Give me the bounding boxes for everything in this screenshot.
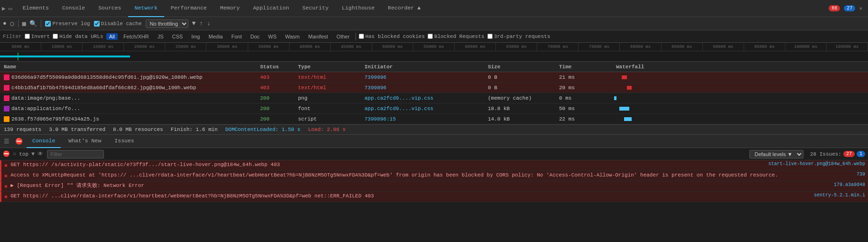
filter-ws-btn[interactable]: WS bbox=[265, 33, 280, 40]
device-icon[interactable]: ▭ bbox=[9, 5, 12, 12]
preserve-log-label[interactable]: Preserve log bbox=[45, 21, 90, 27]
console-filter-input[interactable] bbox=[47, 150, 104, 158]
tab-network[interactable]: Network bbox=[128, 0, 164, 17]
th-type[interactable]: Type bbox=[296, 64, 363, 70]
th-initiator[interactable]: Initiator bbox=[363, 64, 486, 70]
hide-data-urls-label[interactable]: Hide data URLs bbox=[53, 34, 103, 39]
invert-label[interactable]: Invert bbox=[25, 34, 50, 39]
throttle-icon[interactable]: ▼ bbox=[192, 20, 196, 27]
file-type-icon bbox=[4, 74, 9, 80]
bottom-tab-issues[interactable]: Issues bbox=[109, 135, 140, 148]
th-size[interactable]: Size bbox=[486, 64, 557, 70]
bottom-tab-console[interactable]: Console bbox=[27, 135, 61, 148]
filter-doc-btn[interactable]: Doc bbox=[247, 33, 262, 40]
msg-link[interactable]: 739 bbox=[857, 172, 865, 177]
filter-js-btn[interactable]: JS bbox=[155, 33, 167, 40]
td-initiator: 7399896:15 bbox=[363, 116, 486, 122]
table-row[interactable]: 2638.f57d065e795fd2434a25.js 200 script … bbox=[0, 114, 868, 124]
filter-other-btn[interactable]: Other bbox=[334, 33, 353, 40]
disable-cache-checkbox[interactable] bbox=[94, 21, 100, 27]
filter-wasm-btn[interactable]: Wasm bbox=[282, 33, 303, 40]
issues-label: 28 Issues: bbox=[810, 151, 841, 157]
clear-icon[interactable]: ◯ bbox=[10, 20, 14, 28]
export-icon[interactable]: ↓ bbox=[207, 20, 211, 27]
tab-security[interactable]: Security bbox=[296, 0, 335, 17]
blocked-requests-label[interactable]: Blocked Requests bbox=[428, 34, 485, 39]
tab-performance[interactable]: Performance bbox=[164, 0, 214, 17]
th-waterfall[interactable]: Waterfall bbox=[614, 64, 866, 70]
timeline-label: 20000 ms bbox=[124, 43, 165, 51]
tab-recorder[interactable]: Recorder ▲ bbox=[381, 0, 427, 17]
initiator-link[interactable]: 7399896 bbox=[364, 85, 386, 91]
td-name: c4bb1d5af1b7bb47594d185ed8a60dfdaf66c862… bbox=[2, 85, 258, 91]
has-blocked-checkbox[interactable] bbox=[359, 34, 364, 39]
hide-data-urls-text: Hide data URLs bbox=[59, 34, 103, 39]
clear-icon[interactable]: ⛔ bbox=[3, 150, 10, 158]
tab-sources[interactable]: Sources bbox=[92, 0, 128, 17]
tab-elements[interactable]: Elements bbox=[16, 0, 56, 17]
table-row[interactable]: data:image/png;base... 200 png app.ca2fc… bbox=[0, 93, 868, 103]
filter-font-btn[interactable]: Font bbox=[228, 33, 244, 40]
third-party-checkbox[interactable] bbox=[487, 34, 493, 39]
msg-text: GET https:// /s/activity-plat/static/e73… bbox=[10, 161, 765, 168]
invert-checkbox[interactable] bbox=[25, 34, 30, 39]
import-icon[interactable]: ↑ bbox=[199, 20, 203, 27]
log-level-select[interactable]: Default levels ▼ bbox=[749, 150, 803, 158]
initiator-link[interactable]: app.ca2fcd9....vip.css bbox=[364, 95, 433, 101]
filter-css-btn[interactable]: CSS bbox=[169, 33, 186, 40]
blocked-requests-checkbox[interactable] bbox=[428, 34, 433, 39]
msg-link[interactable]: sentry-5.2.1.min.i bbox=[814, 193, 865, 198]
disable-cache-label[interactable]: Disable cache bbox=[94, 21, 142, 27]
console-panel-icon[interactable]: ☰ bbox=[2, 138, 11, 145]
record-icon[interactable]: ● bbox=[3, 20, 7, 27]
filter-icon[interactable]: ▦ bbox=[22, 20, 26, 28]
initiator-link[interactable]: 7399896:15 bbox=[364, 116, 396, 122]
file-name: 636d66a97d5f55099a9d8d6813558d6d4c95fd61… bbox=[11, 74, 203, 80]
initiator-link[interactable]: app.ca2fcd9....vip.css bbox=[364, 106, 433, 112]
top-dropdown-icon[interactable]: ▼ bbox=[31, 151, 35, 158]
timeline-label: 85000 ms bbox=[662, 43, 703, 51]
search-icon[interactable]: 🔍 bbox=[29, 20, 37, 28]
issues-red: 27 bbox=[843, 151, 855, 157]
timeline-label: 5000 ms bbox=[0, 43, 41, 51]
msg-link[interactable]: 179.a3a9d48 bbox=[834, 182, 865, 187]
file-type-icon bbox=[4, 116, 9, 122]
msg-link[interactable]: start-live-hover.png@184w_64h.webp bbox=[768, 161, 865, 167]
filter-fetch-xhr-btn[interactable]: Fetch/XHR bbox=[121, 33, 152, 40]
th-name[interactable]: Name bbox=[2, 64, 258, 70]
hide-data-urls-checkbox[interactable] bbox=[53, 34, 58, 39]
table-row[interactable]: c4bb1d5af1b7bb47594d185ed8a60dfdaf66c862… bbox=[0, 83, 868, 93]
tab-lighthouse[interactable]: Lighthouse bbox=[335, 0, 381, 17]
th-time[interactable]: Time bbox=[557, 64, 614, 70]
stop-icon[interactable]: ○ bbox=[13, 151, 16, 158]
eye-icon[interactable]: 👁 bbox=[37, 150, 43, 158]
waterfall-bar bbox=[619, 107, 629, 111]
throttle-select[interactable]: No throttling bbox=[146, 19, 188, 28]
tab-application[interactable]: Application bbox=[246, 0, 296, 17]
close-icon[interactable]: ✕ bbox=[859, 5, 862, 11]
inspect-icon[interactable]: ▶ bbox=[2, 5, 6, 12]
bottom-tab-whats-new[interactable]: What's New bbox=[63, 135, 107, 148]
filter-manifest-btn[interactable]: Manifest bbox=[306, 33, 331, 40]
filter-img-btn[interactable]: Img bbox=[188, 33, 203, 40]
tab-memory[interactable]: Memory bbox=[214, 0, 246, 17]
th-status[interactable]: Status bbox=[258, 64, 296, 70]
preserve-log-checkbox[interactable] bbox=[45, 21, 51, 27]
msg-text: Access to XMLHttpRequest at 'https:// ..… bbox=[10, 172, 854, 179]
timeline-activity bbox=[0, 56, 130, 57]
timeline-label: 55000 ms bbox=[413, 43, 455, 51]
td-status: 200 bbox=[258, 95, 296, 101]
third-party-label[interactable]: 3rd-party requests bbox=[487, 34, 551, 39]
third-party-text: 3rd-party requests bbox=[494, 34, 551, 39]
timeline-label: 35000 ms bbox=[248, 43, 289, 51]
filter-media-btn[interactable]: Media bbox=[205, 33, 225, 40]
devtools-icons: ▶ ▭ bbox=[2, 5, 12, 12]
initiator-link[interactable]: 7399896 bbox=[364, 74, 386, 80]
td-waterfall bbox=[614, 74, 866, 81]
tab-console[interactable]: Console bbox=[56, 0, 92, 17]
clear-console-icon[interactable]: ⛔ bbox=[13, 138, 25, 145]
table-row[interactable]: data:application/fo... 200 font app.ca2f… bbox=[0, 103, 868, 114]
filter-all-btn[interactable]: All bbox=[106, 33, 118, 40]
has-blocked-label[interactable]: Has blocked cookies bbox=[359, 34, 425, 39]
table-row[interactable]: 636d66a97d5f55099a9d8d6813558d6d4c95fd61… bbox=[0, 72, 868, 83]
